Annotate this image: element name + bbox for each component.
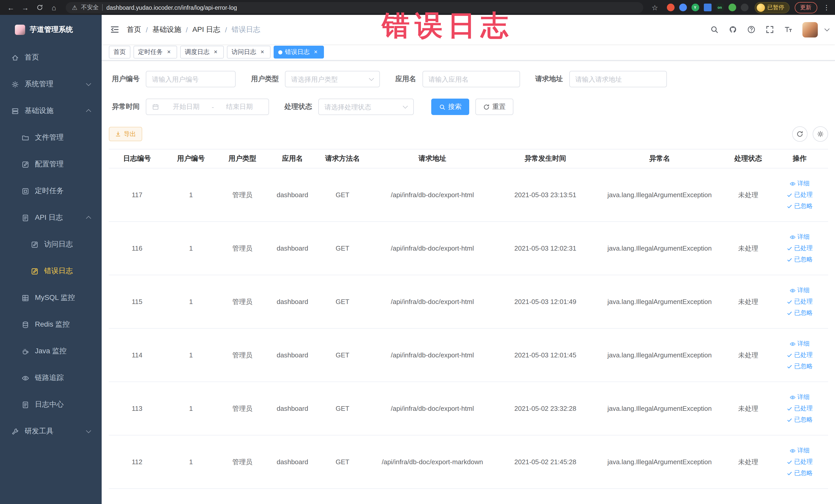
tab-home[interactable]: 首页 [109, 46, 130, 59]
user-id-input[interactable] [152, 75, 229, 83]
action-detail-link[interactable]: 详细 [773, 391, 826, 403]
sidebar-item-mysql[interactable]: MySQL 监控 [0, 284, 102, 311]
action-processed-link[interactable]: 已处理 [773, 296, 826, 307]
sidebar-item-access-log[interactable]: 访问日志 [0, 231, 102, 258]
tab-close-icon[interactable]: × [312, 48, 319, 56]
forward-icon[interactable]: → [20, 2, 31, 13]
tab-job[interactable]: 定时任务× [134, 46, 177, 59]
action-detail-link[interactable]: 详细 [773, 338, 826, 349]
action-ignored-link[interactable]: 已忽略 [773, 307, 826, 319]
help-icon[interactable] [747, 25, 755, 34]
caret-down-icon[interactable] [824, 26, 829, 31]
action-processed-link[interactable]: 已处理 [773, 456, 826, 467]
reload-icon[interactable] [34, 2, 45, 13]
back-icon[interactable]: ← [5, 2, 16, 13]
tab-job-log[interactable]: 调度日志× [180, 46, 224, 59]
eye-icon [790, 394, 796, 400]
sidebar-item-system[interactable]: 系统管理 [0, 71, 102, 98]
action-ignored-link[interactable]: 已忽略 [773, 467, 826, 479]
cell-actions: 详细已处理已忽略 [771, 222, 828, 275]
bookmark-star-icon[interactable]: ☆ [649, 2, 660, 13]
page-content: 用户编号 用户类型 [102, 61, 835, 504]
action-ignored-link[interactable]: 已忽略 [773, 254, 826, 265]
extension-3-icon[interactable]: Y [691, 4, 699, 11]
extension-5-icon[interactable]: on [716, 4, 724, 11]
app-name-input[interactable] [428, 75, 514, 83]
request-url-input[interactable] [575, 75, 660, 83]
sidebar-toggle-icon[interactable] [110, 25, 120, 35]
sidebar-item-label: 首页 [25, 53, 39, 62]
sidebar-item-redis[interactable]: Redis 监控 [0, 311, 102, 338]
sidebar-item-trace[interactable]: 链路追踪 [0, 365, 102, 391]
extension-1-icon[interactable] [667, 4, 674, 11]
kebab-menu-icon[interactable]: ⋮ [823, 4, 830, 11]
tab-close-icon[interactable]: × [165, 48, 172, 56]
github-icon[interactable] [728, 25, 737, 34]
reset-button[interactable]: 重置 [475, 99, 513, 115]
action-ignored-link[interactable]: 已忽略 [773, 361, 826, 372]
process-status-select[interactable] [318, 99, 414, 115]
sidebar-item-home[interactable]: 首页 [0, 44, 102, 71]
download-icon [115, 131, 121, 137]
cell-status: 未处理 [725, 275, 771, 328]
exception-time-range-picker[interactable]: 开始日期 - 结束日期 [146, 99, 269, 115]
extension-7-icon[interactable] [740, 4, 748, 11]
sidebar-item-file[interactable]: 文件管理 [0, 124, 102, 151]
user-type-select-input[interactable] [291, 75, 374, 83]
cell-user_type: 管理员 [217, 275, 268, 328]
sidebar-item-error-log[interactable]: 错误日志 [0, 258, 102, 284]
process-status-select-input[interactable] [324, 103, 408, 110]
sidebar-item-infra[interactable]: 基础设施 [0, 98, 102, 124]
sidebar-item-dev-tools[interactable]: 研发工具 [0, 418, 102, 445]
export-button[interactable]: 导出 [109, 127, 142, 141]
user-type-select[interactable] [285, 71, 380, 87]
sidebar-item-job[interactable]: 定时任务 [0, 178, 102, 204]
cell-time: 2021-05-03 12:01:45 [496, 328, 594, 382]
column-settings-button[interactable] [812, 126, 828, 142]
update-button[interactable]: 更新 [794, 2, 817, 13]
breadcrumb-item-home[interactable]: 首页 [127, 25, 141, 34]
refresh-button[interactable] [792, 126, 807, 142]
tab-api-error-log[interactable]: 错误日志× [273, 46, 324, 59]
extension-4-icon[interactable] [704, 4, 711, 11]
extension-2-icon[interactable] [679, 4, 687, 11]
tab-close-icon[interactable]: × [259, 48, 266, 56]
user-avatar[interactable] [802, 22, 817, 37]
action-ignored-link[interactable]: 已忽略 [773, 414, 826, 425]
tab-close-icon[interactable]: × [212, 48, 219, 56]
action-processed-link[interactable]: 已处理 [773, 403, 826, 414]
font-size-icon[interactable] [784, 25, 792, 34]
action-detail-link[interactable]: 详细 [773, 178, 826, 189]
action-detail-link[interactable]: 详细 [773, 445, 826, 456]
grid-icon [22, 294, 29, 302]
extension-6-icon[interactable] [728, 4, 736, 11]
search-icon[interactable] [710, 25, 718, 34]
sidebar-item-config[interactable]: 配置管理 [0, 151, 102, 178]
app-logo[interactable]: 芋道管理系统 [0, 15, 102, 44]
tab-api-access-log[interactable]: 访问日志× [227, 46, 270, 59]
action-ignored-link[interactable]: 已忽略 [773, 201, 826, 212]
sidebar-item-log-center[interactable]: 日志中心 [0, 391, 102, 418]
browser-toolbar: ← → ⌂ ⚠ 不安全 dashboard.yudao.iocoder.cn/i… [0, 0, 835, 15]
cell-exception: java.lang.IllegalArgumentException [594, 328, 725, 382]
sidebar-item-api-log[interactable]: API 日志 [0, 204, 102, 231]
table-row: 1161管理员dashboardGET/api/infra/db-doc/exp… [109, 222, 828, 275]
action-label: 详细 [797, 286, 810, 295]
action-detail-link[interactable]: 详细 [773, 231, 826, 243]
action-detail-link[interactable]: 详细 [773, 285, 826, 296]
action-processed-link[interactable]: 已处理 [773, 349, 826, 361]
breadcrumb-item-infra[interactable]: 基础设施 [152, 25, 181, 34]
breadcrumb-item-api-log[interactable]: API 日志 [192, 25, 221, 34]
search-button[interactable]: 搜索 [431, 99, 469, 115]
action-processed-link[interactable]: 已处理 [773, 243, 826, 254]
filter-request-url: 请求地址 [535, 71, 667, 87]
home-icon[interactable]: ⌂ [48, 2, 60, 13]
paused-label: 已暂停 [767, 4, 784, 11]
action-processed-link[interactable]: 已处理 [773, 189, 826, 201]
check-icon [787, 310, 793, 316]
address-bar[interactable]: ⚠ 不安全 dashboard.yudao.iocoder.cn/infra/l… [66, 2, 643, 13]
fullscreen-icon[interactable] [765, 25, 774, 34]
profile-paused-badge[interactable]: 已暂停 [754, 2, 789, 13]
sidebar-item-java[interactable]: Java 监控 [0, 338, 102, 365]
refresh-icon [796, 130, 803, 138]
